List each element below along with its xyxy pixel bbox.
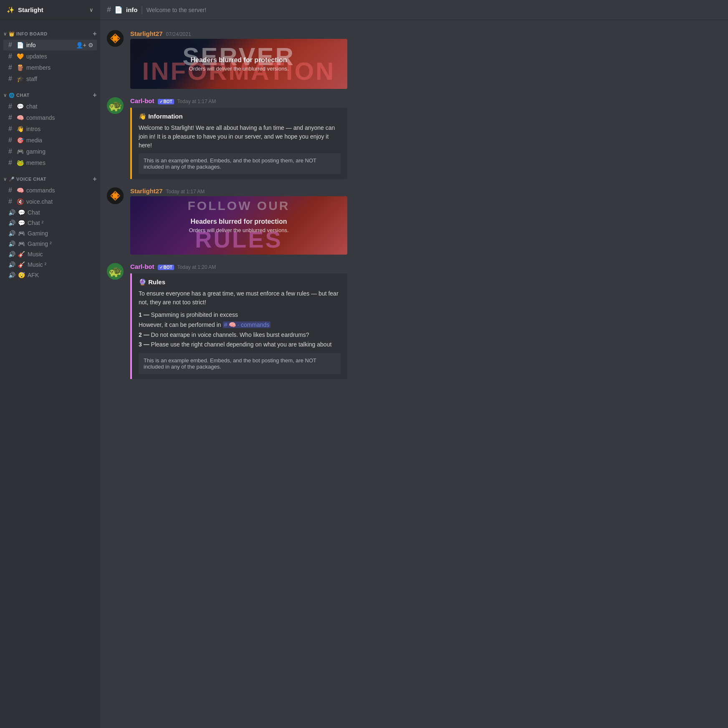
category-icon: 🎤 bbox=[9, 177, 15, 182]
channel-header: # 📄 info | Welcome to the server! bbox=[100, 0, 728, 20]
server-header[interactable]: ✨ Starlight ∨ bbox=[0, 0, 100, 20]
hash-icon: # bbox=[8, 114, 14, 121]
channel-item-voice-commands[interactable]: # 🧠 commands bbox=[3, 185, 97, 196]
message-content: Starlight27 07/24/2021 SERVER Headers bl… bbox=[130, 30, 721, 89]
add-members-icon[interactable]: 👤+ bbox=[76, 42, 86, 48]
category-label: INFO BOARD bbox=[16, 31, 48, 36]
svg-point-1 bbox=[113, 36, 118, 41]
channel-emoji: 🧠 bbox=[17, 187, 24, 194]
category-chevron-icon: ∨ bbox=[3, 31, 7, 37]
channel-emoji: 🎮 bbox=[18, 230, 25, 237]
message-content: Carl-bot ✓ BOT Today at 1:17 AM 👋 Inform… bbox=[130, 97, 721, 179]
hash-icon: # bbox=[8, 125, 14, 133]
category-voice-chat[interactable]: ∨ 🎤 VOICE CHAT + bbox=[0, 169, 100, 185]
message-header: Carl-bot ✓ BOT Today at 1:17 AM bbox=[130, 97, 721, 104]
blur-text: Headers blurred for protection Orders wi… bbox=[184, 213, 293, 238]
hash-icon: # bbox=[8, 103, 14, 110]
blurred-image: SERVER Headers blurred for protection Or… bbox=[130, 39, 347, 89]
blurred-image: FOLLOW OUR Headers blurred for protectio… bbox=[130, 196, 347, 255]
message-author: Carl-bot bbox=[130, 97, 154, 104]
channel-item-music-voice[interactable]: 🔊 🎸 Music bbox=[3, 249, 97, 259]
channel-emoji: 🧠 bbox=[17, 114, 24, 121]
channel-item-music2-voice[interactable]: 🔊 🎸 Music ² bbox=[3, 260, 97, 270]
category-chat[interactable]: ∨ 🌐 CHAT + bbox=[0, 85, 100, 101]
sidebar: ✨ Starlight ∨ ∨ 👑 INFO BOARD + # 📄 info … bbox=[0, 0, 100, 728]
channel-item-gaming[interactable]: # 🎮 gaming bbox=[3, 146, 97, 157]
embed-body: To ensure everyone has a great time, we … bbox=[139, 289, 341, 350]
channel-item-gaming2-voice[interactable]: 🔊 🎮 Gaming ² bbox=[3, 239, 97, 249]
channel-name: media bbox=[26, 137, 94, 144]
hash-icon: # bbox=[8, 198, 14, 205]
channel-emoji: 😴 bbox=[18, 272, 25, 278]
channel-item-info[interactable]: # 📄 info 👤+ ⚙ bbox=[3, 40, 97, 51]
category-info-board[interactable]: ∨ 👑 INFO BOARD + bbox=[0, 23, 100, 39]
gear-icon[interactable]: ⚙ bbox=[88, 42, 94, 48]
channel-name: AFK bbox=[28, 272, 94, 278]
channel-name: intros bbox=[26, 126, 94, 132]
category-chevron-icon: ∨ bbox=[3, 93, 7, 98]
channel-actions: 👤+ ⚙ bbox=[76, 42, 94, 48]
channel-item-chat-voice[interactable]: 🔊 💬 Chat bbox=[3, 207, 97, 217]
channel-item-memes[interactable]: # 🐸 memes bbox=[3, 157, 97, 168]
main-content: # 📄 info | Welcome to the server! Star bbox=[100, 0, 728, 728]
rule-item: 2 — Do not earrape in voice channels. Wh… bbox=[139, 330, 341, 340]
embed-body: Welcome to Starlight! We are all about h… bbox=[139, 124, 341, 150]
channel-header-channel-icon: 📄 bbox=[114, 6, 123, 14]
channel-name: updates bbox=[26, 53, 94, 60]
avatar bbox=[107, 187, 124, 204]
channel-item-members[interactable]: # 🪵 members bbox=[3, 62, 97, 73]
message-timestamp: Today at 1:20 AM bbox=[177, 264, 216, 270]
channel-item-gaming-voice[interactable]: 🔊 🎮 Gaming bbox=[3, 228, 97, 238]
hash-icon: # bbox=[8, 41, 14, 49]
channel-header-name: info bbox=[126, 6, 138, 13]
message-timestamp: 07/24/2021 bbox=[166, 31, 191, 37]
bot-badge-check: ✓ bbox=[159, 99, 163, 104]
rule-item: 3 — Please use the right channel dependi… bbox=[139, 340, 341, 350]
channel-name: staff bbox=[26, 76, 94, 82]
channel-emoji: 📄 bbox=[17, 42, 24, 48]
hash-icon: # bbox=[8, 148, 14, 155]
channel-list: ∨ 👑 INFO BOARD + # 📄 info 👤+ ⚙ # 🧡 updat… bbox=[0, 20, 100, 728]
channel-mention[interactable]: # 🧠 · commands bbox=[223, 321, 271, 328]
channel-item-staff[interactable]: # 🎓 staff bbox=[3, 73, 97, 84]
channel-item-commands[interactable]: # 🧠 commands bbox=[3, 112, 97, 123]
message-timestamp: Today at 1:17 AM bbox=[166, 189, 205, 195]
channel-name: memes bbox=[26, 159, 94, 166]
add-channel-button[interactable]: + bbox=[93, 91, 97, 99]
avatar: 🐢 bbox=[107, 97, 124, 114]
channel-emoji: 🧡 bbox=[17, 53, 24, 60]
category-label: CHAT bbox=[16, 93, 30, 98]
channel-item-media[interactable]: # 🎯 media bbox=[3, 135, 97, 146]
channel-item-afk-voice[interactable]: 🔊 😴 AFK bbox=[3, 270, 97, 280]
channel-emoji: 🪵 bbox=[17, 64, 24, 71]
channel-name: Gaming bbox=[28, 230, 94, 237]
channel-header-hash-icon: # bbox=[107, 5, 111, 14]
channel-item-chat2-voice[interactable]: 🔊 💬 Chat ² bbox=[3, 218, 97, 228]
add-channel-button[interactable]: + bbox=[93, 30, 97, 38]
channel-item-intros[interactable]: # 👋 intros bbox=[3, 124, 97, 134]
bot-badge: ✓ BOT bbox=[158, 99, 174, 104]
message-group: Starlight27 07/24/2021 SERVER Headers bl… bbox=[100, 27, 728, 92]
category-icon: 🌐 bbox=[9, 93, 15, 98]
blur-text: Headers blurred for protection Orders wi… bbox=[184, 51, 293, 77]
add-channel-button[interactable]: + bbox=[93, 175, 97, 183]
channel-name: Music bbox=[28, 251, 94, 258]
speaker-icon: 🔊 bbox=[8, 209, 15, 216]
bot-badge-label: BOT bbox=[164, 265, 172, 270]
server-icon: ✨ bbox=[7, 6, 15, 14]
speaker-icon: 🔊 bbox=[8, 220, 15, 226]
channel-emoji: 💬 bbox=[17, 103, 24, 110]
channel-emoji: 👋 bbox=[17, 126, 24, 132]
channel-emoji: 🎮 bbox=[18, 240, 25, 247]
channel-name: voice.chat bbox=[26, 198, 94, 205]
blurred-image-inner: SERVER Headers blurred for protection Or… bbox=[130, 39, 347, 89]
channel-emoji: 🔇 bbox=[17, 198, 24, 205]
channel-item-updates[interactable]: # 🧡 updates bbox=[3, 51, 97, 62]
speaker-icon: 🔊 bbox=[8, 272, 15, 278]
channel-item-voice-chat-text[interactable]: # 🔇 voice.chat bbox=[3, 196, 97, 207]
channel-emoji: 🎓 bbox=[17, 76, 24, 82]
message-content: Starlight27 Today at 1:17 AM FOLLOW OUR … bbox=[130, 187, 721, 255]
message-header: Starlight27 Today at 1:17 AM bbox=[130, 187, 721, 195]
channel-item-chat[interactable]: # 💬 chat bbox=[3, 101, 97, 112]
bot-badge: ✓ BOT bbox=[158, 265, 174, 270]
